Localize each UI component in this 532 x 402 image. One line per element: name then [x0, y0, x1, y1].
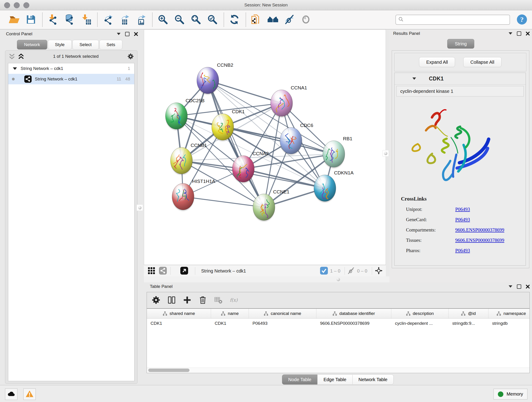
table-cell[interactable]: CDK1: [147, 319, 211, 328]
network-node-CCNB2[interactable]: CCNB2: [197, 62, 233, 95]
column-header-database-identifier[interactable]: database identifier: [317, 309, 391, 318]
edge-HIST1H1A-CCNE1[interactable]: [183, 197, 264, 207]
open-session-button[interactable]: [8, 13, 21, 27]
node-count: 11: [117, 77, 121, 82]
left-splitter-grip[interactable]: [137, 204, 143, 211]
tab-sets[interactable]: Sets: [99, 40, 122, 50]
view-grid-button[interactable]: [147, 267, 155, 275]
table-row[interactable]: CDK1CDK1P064939606.ENSP00000378699cyclin…: [147, 319, 530, 328]
network-node-CCNB1[interactable]: CCNB1: [171, 143, 207, 175]
tab-network[interactable]: Network: [17, 40, 47, 50]
panel-close-icon[interactable]: [526, 32, 530, 36]
panel-collapse-icon[interactable]: [117, 33, 120, 35]
panel-float-icon[interactable]: [125, 32, 129, 36]
import-network-button[interactable]: [46, 13, 60, 27]
memory-button[interactable]: Memory: [494, 389, 527, 400]
table-cell[interactable]: 9606.ENSP00000378699: [317, 319, 391, 328]
tab-string[interactable]: String: [447, 39, 474, 49]
crosslink-link[interactable]: P06493: [455, 248, 470, 254]
panel-close-icon[interactable]: [134, 32, 138, 36]
gene-collapse-icon[interactable]: [412, 77, 416, 80]
crosslink-link[interactable]: P06493: [455, 206, 470, 212]
bottom-splitter-grip[interactable]: [335, 276, 341, 282]
hidden-elements-button[interactable]: [347, 267, 355, 275]
network-tree-row[interactable]: String Network – cdk1 11 48: [8, 74, 134, 84]
selected-nodes-checkbox[interactable]: [320, 267, 328, 275]
edge-CDK1-RB1[interactable]: [223, 127, 334, 154]
memory-label: Memory: [507, 391, 523, 397]
edge-CCNB2-CCNE1[interactable]: [208, 80, 264, 207]
network-type-button[interactable]: [159, 267, 167, 275]
panel-float-icon[interactable]: [517, 284, 521, 289]
column-header-shared-name[interactable]: shared name: [147, 309, 211, 318]
hide-graphics-details-button[interactable]: [283, 13, 296, 27]
import-network-database-icon: [64, 14, 75, 26]
right-splitter-grip[interactable]: [382, 150, 389, 157]
crosslink-link[interactable]: 9606.ENSP00000378699: [455, 237, 504, 243]
zoom-fit-button[interactable]: [189, 13, 203, 27]
network-node-HIST1H1A[interactable]: HIST1H1A: [172, 179, 215, 211]
table-cell[interactable]: stringdb: [488, 319, 530, 328]
collapse-all-button[interactable]: Collapse All: [463, 57, 501, 67]
edge-CCNB2-CCNA1[interactable]: [208, 80, 282, 103]
panel-collapse-icon[interactable]: [509, 285, 512, 288]
export-image-button[interactable]: [134, 13, 147, 27]
tab-style[interactable]: Style: [48, 40, 72, 50]
import-table-button[interactable]: [79, 13, 93, 27]
import-network-from-clipboard-button[interactable]: [250, 13, 263, 27]
column-header-canonical-name[interactable]: canonical name: [249, 309, 317, 318]
expand-all-networks-button[interactable]: [18, 53, 25, 60]
table-options-button[interactable]: [152, 295, 161, 305]
network-node-CDKN1A[interactable]: CDKN1A: [314, 170, 354, 203]
export-table-button[interactable]: [118, 13, 131, 27]
column-header-description[interactable]: description: [391, 309, 449, 318]
birds-eye-view-button[interactable]: [180, 267, 188, 275]
network-tree-row[interactable]: String Network – cdk1 1: [8, 63, 134, 74]
tab-select[interactable]: Select: [72, 40, 99, 50]
network-tree: String Network – cdk1 1 String Network –…: [8, 63, 134, 381]
zoom-in-button[interactable]: [156, 13, 170, 27]
show-columns-button[interactable]: [167, 295, 176, 305]
crosslink-link[interactable]: P06493: [455, 217, 470, 223]
column-header--id[interactable]: @id: [449, 309, 488, 318]
memory-status-dot: [498, 391, 503, 397]
panel-float-icon[interactable]: [517, 32, 521, 36]
network-view[interactable]: CCNB2 CCNA1 CDC25B CDK1 CDC6 RB1: [144, 29, 386, 265]
show-graphics-details-button[interactable]: [299, 13, 312, 27]
column-header-name[interactable]: name: [211, 309, 249, 318]
collapse-all-networks-button[interactable]: [8, 53, 15, 60]
network-node-CCNA1[interactable]: CCNA1: [271, 85, 307, 118]
export-network-button[interactable]: [101, 13, 114, 27]
save-session-button[interactable]: [24, 13, 38, 27]
string-home-button[interactable]: [266, 13, 279, 27]
network-node-RB1[interactable]: RB1: [323, 136, 352, 169]
warnings-button[interactable]: [23, 389, 36, 400]
crosslink-link[interactable]: 9606.ENSP00000378699: [455, 227, 504, 233]
cloud-status-button[interactable]: [5, 389, 17, 400]
tab-node-table[interactable]: Node Table: [282, 375, 317, 385]
fit-selected-button[interactable]: [375, 267, 383, 275]
column-type-icon: [461, 311, 466, 316]
add-column-button[interactable]: [183, 295, 192, 305]
panel-collapse-icon[interactable]: [509, 32, 512, 35]
collection-expander-icon[interactable]: [13, 67, 17, 70]
zoom-selected-button[interactable]: [206, 13, 219, 27]
panel-close-icon[interactable]: [526, 285, 530, 288]
tab-network-table[interactable]: Network Table: [352, 375, 394, 385]
table-cell[interactable]: CDK1: [211, 319, 249, 328]
help-button[interactable]: ?: [516, 14, 528, 26]
table-cell[interactable]: P06493: [249, 319, 317, 328]
network-options-button[interactable]: [127, 53, 134, 60]
table-cell[interactable]: cyclin-dependent ...: [391, 319, 449, 328]
expand-all-button[interactable]: Expand All: [419, 57, 455, 67]
scrollbar-thumb[interactable]: [148, 369, 190, 372]
delete-column-button[interactable]: [198, 295, 207, 305]
table-cell[interactable]: stringdb:9...: [449, 319, 488, 328]
zoom-out-button[interactable]: [173, 13, 186, 27]
search-input[interactable]: [404, 15, 510, 24]
network-node-CDC25B[interactable]: CDC25B: [165, 98, 205, 131]
apply-preferred-layout-button[interactable]: [228, 13, 241, 27]
import-network-database-button[interactable]: [63, 13, 76, 27]
tab-edge-table[interactable]: Edge Table: [317, 375, 353, 385]
column-header-namespace[interactable]: namespace: [488, 309, 530, 318]
